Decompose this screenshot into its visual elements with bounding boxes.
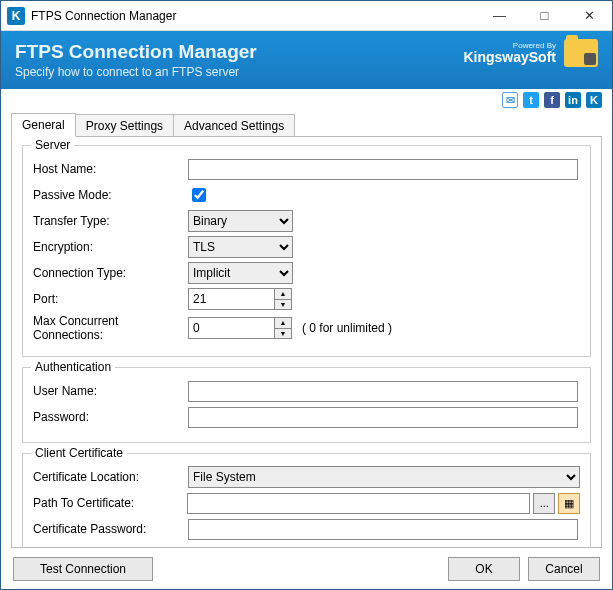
app-window: K FTPS Connection Manager — □ ✕ FTPS Con… — [0, 0, 613, 590]
cert-path-input[interactable] — [187, 493, 530, 514]
facebook-icon[interactable]: f — [544, 92, 560, 108]
kingswaysoft-logo: Powered By KingswaySoft — [463, 42, 556, 64]
cert-view-button[interactable]: ▦ — [558, 493, 580, 514]
tab-general[interactable]: General — [11, 113, 76, 137]
cert-password-input[interactable] — [188, 519, 578, 540]
group-auth: Authentication User Name: Password: — [22, 367, 591, 443]
banner: FTPS Connection Manager Specify how to c… — [1, 31, 612, 89]
port-input[interactable] — [188, 288, 274, 310]
cert-location-label: Certificate Location: — [33, 470, 188, 484]
port-label: Port: — [33, 292, 188, 306]
ok-button[interactable]: OK — [448, 557, 520, 581]
tab-strip: General Proxy Settings Advanced Settings — [1, 113, 612, 137]
titlebar: K FTPS Connection Manager — □ ✕ — [1, 1, 612, 31]
certificate-icon: ▦ — [564, 497, 574, 510]
connection-type-select[interactable]: Implicit — [188, 262, 293, 284]
window-title: FTPS Connection Manager — [31, 9, 477, 23]
passive-mode-label: Passive Mode: — [33, 188, 188, 202]
tab-advanced[interactable]: Advanced Settings — [173, 114, 295, 137]
window-controls: — □ ✕ — [477, 1, 612, 30]
cert-path-label: Path To Certificate: — [33, 496, 187, 510]
email-icon[interactable]: ✉ — [502, 92, 518, 108]
dialog-buttons: Test Connection OK Cancel — [1, 549, 612, 589]
password-input[interactable] — [188, 407, 578, 428]
cancel-button[interactable]: Cancel — [528, 557, 600, 581]
test-connection-button[interactable]: Test Connection — [13, 557, 153, 581]
maximize-button[interactable]: □ — [522, 1, 567, 30]
cert-location-select[interactable]: File System — [188, 466, 580, 488]
maxconn-label: Max Concurrent Connections: — [33, 314, 188, 342]
transfer-type-select[interactable]: Binary — [188, 210, 293, 232]
banner-title: FTPS Connection Manager — [15, 41, 257, 63]
host-name-input[interactable] — [188, 159, 578, 180]
host-name-label: Host Name: — [33, 162, 188, 176]
transfer-type-label: Transfer Type: — [33, 214, 188, 228]
group-server-legend: Server — [31, 138, 74, 152]
port-down-button[interactable]: ▼ — [275, 300, 291, 310]
kingswaysoft-icon[interactable]: K — [586, 92, 602, 108]
banner-logos: Powered By KingswaySoft — [463, 39, 598, 67]
username-label: User Name: — [33, 384, 188, 398]
maxconn-down-button[interactable]: ▼ — [275, 329, 291, 339]
passive-mode-checkbox[interactable] — [192, 188, 206, 202]
encryption-label: Encryption: — [33, 240, 188, 254]
cert-browse-button[interactable]: ... — [533, 493, 555, 514]
group-auth-legend: Authentication — [31, 360, 115, 374]
tab-panel-general: Server Host Name: Passive Mode: Transfer… — [11, 136, 602, 548]
encryption-select[interactable]: TLS — [188, 236, 293, 258]
maxconn-input[interactable] — [188, 317, 274, 339]
social-links: ✉ t f in K — [1, 89, 612, 111]
close-button[interactable]: ✕ — [567, 1, 612, 30]
tab-proxy[interactable]: Proxy Settings — [75, 114, 174, 137]
twitter-icon[interactable]: t — [523, 92, 539, 108]
banner-subtitle: Specify how to connect to an FTPS server — [15, 65, 257, 79]
minimize-button[interactable]: — — [477, 1, 522, 30]
port-up-button[interactable]: ▲ — [275, 289, 291, 300]
port-spinner[interactable]: ▲ ▼ — [188, 288, 292, 310]
maxconn-hint: ( 0 for unlimited ) — [302, 321, 392, 335]
maxconn-up-button[interactable]: ▲ — [275, 318, 291, 329]
cert-password-label: Certificate Password: — [33, 522, 188, 536]
password-label: Password: — [33, 410, 188, 424]
maxconn-spinner[interactable]: ▲ ▼ — [188, 317, 292, 339]
connection-type-label: Connection Type: — [33, 266, 188, 280]
linkedin-icon[interactable]: in — [565, 92, 581, 108]
group-server: Server Host Name: Passive Mode: Transfer… — [22, 145, 591, 357]
group-cert: Client Certificate Certificate Location:… — [22, 453, 591, 548]
secure-folder-icon — [564, 39, 598, 67]
group-cert-legend: Client Certificate — [31, 446, 127, 460]
app-icon: K — [7, 7, 25, 25]
username-input[interactable] — [188, 381, 578, 402]
